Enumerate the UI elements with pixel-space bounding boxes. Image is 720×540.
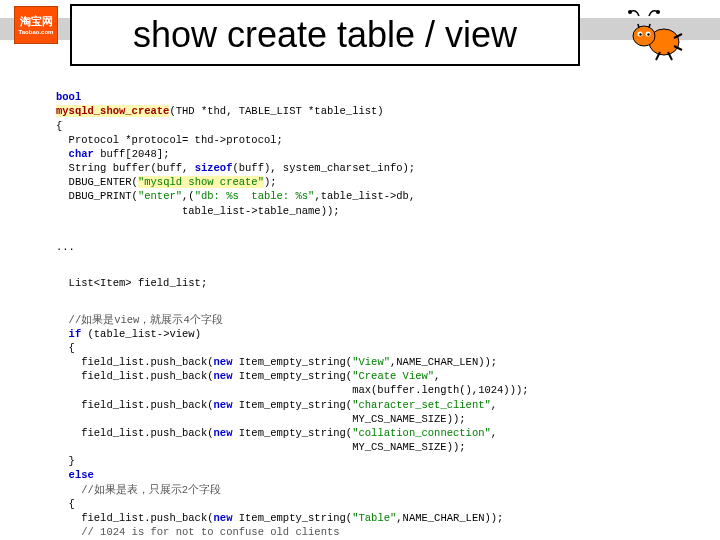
code-text: Item_empty_string( (232, 370, 352, 382)
code-text: MY_CS_NAME_SIZE)); (56, 413, 466, 425)
code-text: Item_empty_string( (232, 399, 352, 411)
svg-point-3 (639, 33, 641, 35)
code-text: DBUG_ENTER( (56, 176, 138, 188)
code-text: (THD *thd, TABLE_LIST *table_list) (169, 105, 383, 117)
ant-mascot-icon (624, 6, 686, 62)
code-kw: char (69, 148, 94, 160)
code-text: field_list.push_back( (56, 370, 214, 382)
code-text: ... (56, 241, 75, 253)
code-text (56, 328, 69, 340)
code-text: field_list.push_back( (56, 356, 214, 368)
code-text (56, 469, 69, 481)
code-kw: if (69, 328, 82, 340)
code-text: String buffer(buff, (56, 162, 195, 174)
code-text: { (56, 120, 62, 132)
code-comment: // 1024 is for not to confuse old client… (56, 526, 340, 538)
code-str: "Create View" (352, 370, 434, 382)
code-text: Item_empty_string( (232, 427, 352, 439)
code-comment: //如果是view，就展示4个字段 (56, 314, 223, 326)
code-text: MY_CS_NAME_SIZE)); (56, 441, 466, 453)
code-text: ,table_list->db, (314, 190, 415, 202)
code-text: , (491, 427, 497, 439)
code-text: ); (264, 176, 277, 188)
code-text: , (434, 370, 440, 382)
code-kw: new (214, 399, 233, 411)
code-text: , (491, 399, 497, 411)
svg-point-5 (647, 33, 649, 35)
code-text: buff[2048]; (94, 148, 170, 160)
code-kw: bool (56, 91, 81, 103)
code-text: DBUG_PRINT( (56, 190, 138, 202)
slide-title: show create table / view (133, 14, 517, 56)
code-str: "mysqld show create" (138, 176, 264, 188)
code-comment: //如果是表，只展示2个字段 (56, 484, 221, 496)
code-func-name: mysqld_show_create (56, 105, 169, 117)
code-kw: else (69, 469, 94, 481)
code-text: Item_empty_string( (232, 356, 352, 368)
code-text: } (56, 455, 75, 467)
taobao-logo: 淘宝网 Taobao.com (14, 6, 58, 44)
code-str: "db: %s table: %s" (195, 190, 315, 202)
code-block: bool mysqld_show_create(THD *thd, TABLE_… (56, 76, 680, 540)
code-str: "character_set_client" (352, 399, 491, 411)
code-str: "enter" (138, 190, 182, 202)
code-text: field_list.push_back( (56, 399, 214, 411)
code-str: "Table" (352, 512, 396, 524)
code-text: table_list->table_name)); (56, 205, 340, 217)
code-text (56, 148, 69, 160)
svg-point-6 (628, 10, 632, 14)
code-text: ,( (182, 190, 195, 202)
code-text: ,NAME_CHAR_LEN)); (396, 512, 503, 524)
code-text: field_list.push_back( (56, 427, 214, 439)
code-text: { (56, 498, 75, 510)
svg-point-1 (633, 26, 655, 46)
code-text: ,NAME_CHAR_LEN)); (390, 356, 497, 368)
code-kw: new (214, 427, 233, 439)
code-text: (buff), system_charset_info); (232, 162, 415, 174)
code-text: Item_empty_string( (232, 512, 352, 524)
svg-line-9 (649, 24, 650, 28)
code-text: { (56, 342, 75, 354)
title-box: show create table / view (70, 4, 580, 66)
code-text: field_list.push_back( (56, 512, 214, 524)
logo-text-en: Taobao.com (19, 29, 54, 35)
code-text: max(buffer.length(),1024))); (56, 384, 529, 396)
code-text: (table_list->view) (81, 328, 201, 340)
code-str: "collation_connection" (352, 427, 491, 439)
code-text: Protocol *protocol= thd->protocol; (56, 134, 283, 146)
code-kw: new (214, 512, 233, 524)
svg-point-7 (656, 10, 660, 14)
svg-line-8 (638, 24, 639, 28)
code-kw: new (214, 370, 233, 382)
code-kw: sizeof (195, 162, 233, 174)
code-kw: new (214, 356, 233, 368)
code-text: List<Item> field_list; (56, 277, 207, 289)
logo-text-cn: 淘宝网 (20, 16, 53, 27)
code-str: "View" (352, 356, 390, 368)
